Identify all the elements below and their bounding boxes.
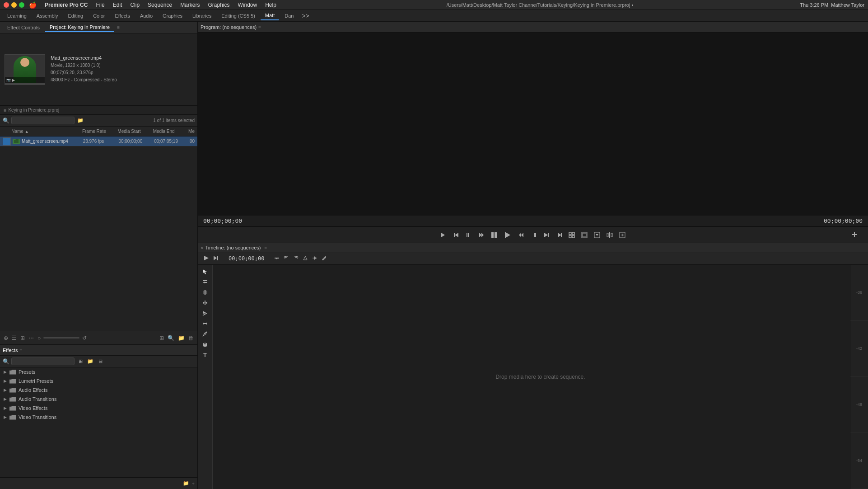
- ws-tab-color[interactable]: Color: [89, 12, 109, 20]
- effects-search-input[interactable]: [11, 357, 75, 365]
- effects-category-presets[interactable]: ▶ Presets: [0, 367, 197, 376]
- ws-tab-graphics[interactable]: Graphics: [158, 12, 187, 20]
- preview-thumbnail[interactable]: 📷 ▶: [5, 54, 45, 85]
- app-name[interactable]: Premiere Pro CC: [41, 1, 91, 9]
- search-panel-button[interactable]: 🔍: [167, 334, 175, 342]
- ws-tab-audio[interactable]: Audio: [135, 12, 157, 20]
- step-forward-button[interactable]: [541, 230, 551, 240]
- program-monitor-menu[interactable]: ≡: [258, 24, 261, 29]
- rewind-button[interactable]: [476, 230, 486, 240]
- ws-tab-editing[interactable]: Editing: [64, 12, 88, 20]
- tab-project[interactable]: Project: Keying in Premiere: [45, 23, 114, 32]
- add-button[interactable]: [851, 231, 858, 239]
- ws-tab-assembly[interactable]: Assembly: [32, 12, 63, 20]
- freeform-view-button[interactable]: ⋯: [28, 334, 35, 342]
- mark-in-button[interactable]: [439, 230, 448, 240]
- ws-tab-libraries[interactable]: Libraries: [188, 12, 216, 20]
- tl-mark-in-button[interactable]: [212, 254, 220, 263]
- minimize-button[interactable]: [11, 2, 17, 8]
- tl-wrench-button[interactable]: [320, 254, 328, 263]
- col-header-mediaend[interactable]: Media End: [153, 129, 188, 134]
- ws-tab-dan[interactable]: Dan: [280, 12, 298, 20]
- export-frame-button[interactable]: [592, 230, 602, 240]
- icon-view-button[interactable]: ⊞: [19, 334, 26, 342]
- tab-effects[interactable]: Effects: [3, 348, 18, 353]
- overlay-button[interactable]: [617, 230, 627, 240]
- play-stop-button[interactable]: [489, 230, 499, 240]
- effects-category-lumetri[interactable]: ▶ Lumetri Presets: [0, 376, 197, 386]
- col-header-med[interactable]: Me: [188, 129, 195, 134]
- tl-undo-button[interactable]: [282, 254, 290, 263]
- effects-category-video[interactable]: ▶ Video Effects: [0, 404, 197, 413]
- effects-new-preset-button[interactable]: ⊞: [76, 357, 84, 366]
- tl-track-select-tool[interactable]: [201, 278, 210, 287]
- tl-pen-tool[interactable]: [201, 330, 210, 339]
- effects-delete-button[interactable]: ⊟: [96, 357, 104, 366]
- fast-forward-button[interactable]: [516, 230, 526, 240]
- tl-redo-button[interactable]: [292, 254, 300, 263]
- step-forward-frame-button[interactable]: [529, 230, 539, 240]
- tl-ripple-delete-button[interactable]: [273, 254, 281, 263]
- apple-menu[interactable]: 🍎: [29, 1, 37, 9]
- maximize-button[interactable]: [19, 2, 24, 8]
- menu-clip[interactable]: Clip: [126, 1, 143, 9]
- menu-sequence[interactable]: Sequence: [144, 1, 176, 9]
- effects-category-video-transitions[interactable]: ▶ Video Transitions: [0, 413, 197, 422]
- timeline-timecode[interactable]: 00;00;00;00: [226, 255, 267, 262]
- menu-help[interactable]: Help: [261, 1, 280, 9]
- reveal-button[interactable]: 📁: [177, 334, 186, 342]
- menu-window[interactable]: Window: [234, 1, 261, 9]
- new-item-button[interactable]: ⊕: [3, 334, 9, 342]
- menu-file[interactable]: File: [92, 1, 108, 9]
- ws-tab-editingcs55[interactable]: Editing (CS5.5): [217, 12, 260, 20]
- effects-add-button[interactable]: +: [192, 481, 195, 486]
- tl-slip-tool[interactable]: [201, 320, 210, 329]
- ws-tab-effects[interactable]: Effects: [110, 12, 134, 20]
- step-back-button[interactable]: [451, 230, 461, 240]
- file-checkbox[interactable]: [3, 137, 11, 146]
- col-header-framerate[interactable]: Frame Rate: [82, 129, 117, 134]
- table-row[interactable]: Matt_greenscreen.mp4 23.976 fps 00;00;00…: [0, 136, 197, 146]
- effects-new-bin-button[interactable]: 📁: [86, 357, 94, 366]
- step-back-frame-button[interactable]: [464, 230, 474, 240]
- preview-scrubbar[interactable]: [5, 83, 45, 85]
- tl-play-button[interactable]: [202, 254, 210, 263]
- timeline-menu[interactable]: ≡: [265, 245, 267, 250]
- col-header-mediastart[interactable]: Media Start: [117, 129, 153, 134]
- tl-rolling-edit-tool[interactable]: [201, 299, 210, 308]
- project-search-input[interactable]: [11, 117, 75, 124]
- preview-icon-play[interactable]: ▶: [12, 78, 15, 82]
- effects-tab-menu[interactable]: ≡: [19, 348, 22, 353]
- sort-button[interactable]: ⊞: [159, 334, 165, 342]
- tl-hand-tool[interactable]: [201, 340, 210, 350]
- ws-tab-matt[interactable]: Matt: [261, 11, 279, 20]
- loop-button[interactable]: [567, 230, 577, 240]
- panel-tab-menu[interactable]: ≡: [117, 25, 120, 30]
- list-view-button[interactable]: ☰: [11, 334, 18, 342]
- settings-button[interactable]: [605, 230, 615, 240]
- tl-select-tool[interactable]: [201, 268, 210, 277]
- tl-insert-button[interactable]: [311, 254, 319, 263]
- tab-effect-controls[interactable]: Effect Controls: [3, 24, 44, 32]
- ws-tab-learning[interactable]: Learning: [3, 12, 31, 20]
- col-header-name[interactable]: Name ▲: [11, 129, 82, 134]
- safe-margins-button[interactable]: [579, 230, 589, 240]
- effects-category-audio-transitions[interactable]: ▶ Audio Transitions: [0, 395, 197, 404]
- menu-edit[interactable]: Edit: [109, 1, 126, 9]
- timeline-close-button[interactable]: ×: [201, 245, 203, 250]
- tl-type-tool[interactable]: T: [202, 351, 208, 359]
- tl-ripple-edit-tool[interactable]: [201, 288, 210, 298]
- play-button[interactable]: [502, 229, 513, 241]
- tl-razor-tool[interactable]: [201, 309, 210, 319]
- tl-add-to-timeline-button[interactable]: [301, 254, 309, 263]
- menu-markers[interactable]: Markers: [177, 1, 203, 9]
- mark-out-button[interactable]: [554, 230, 564, 240]
- menu-graphics[interactable]: Graphics: [204, 1, 233, 9]
- delete-button[interactable]: 🗑: [187, 334, 195, 342]
- ws-more-button[interactable]: >>: [299, 12, 312, 19]
- zoom-slider[interactable]: [43, 337, 79, 339]
- effects-category-audio[interactable]: ▶ Audio Effects: [0, 386, 197, 395]
- effects-folder-button[interactable]: 📁: [183, 480, 189, 486]
- new-bin-button[interactable]: 📁: [76, 117, 84, 125]
- close-button[interactable]: [4, 2, 9, 8]
